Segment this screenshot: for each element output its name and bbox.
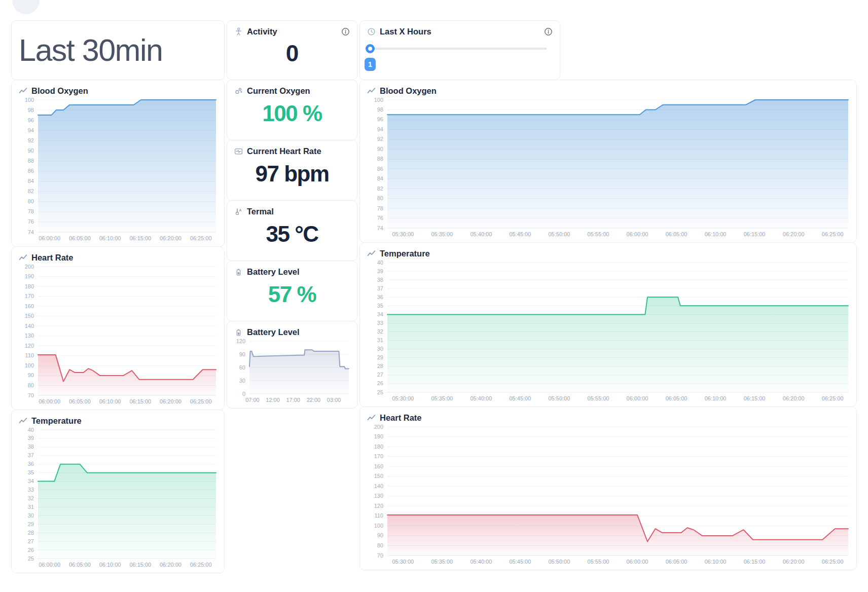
battery-level-chart-panel: Battery Level 120906030007:0012:0017:002… — [227, 321, 357, 409]
svg-text:25: 25 — [377, 389, 383, 395]
svg-text:88: 88 — [377, 156, 383, 162]
svg-text:120: 120 — [236, 338, 245, 344]
hours-label: Last X Hours — [380, 27, 431, 36]
svg-text:90: 90 — [377, 146, 383, 152]
svg-text:100: 100 — [374, 523, 383, 529]
svg-text:34: 34 — [28, 478, 34, 484]
svg-text:76: 76 — [28, 218, 34, 225]
svg-text:35: 35 — [28, 469, 34, 475]
svg-text:0: 0 — [242, 391, 245, 397]
svg-text:06:00:00: 06:00:00 — [627, 395, 648, 401]
svg-text:80: 80 — [377, 542, 383, 548]
svg-text:03:00: 03:00 — [327, 397, 341, 403]
svg-text:12:00: 12:00 — [266, 397, 280, 403]
svg-text:70: 70 — [377, 552, 383, 559]
svg-text:74: 74 — [377, 225, 383, 231]
svg-text:06:20:00: 06:20:00 — [783, 395, 805, 401]
svg-text:06:15:00: 06:15:00 — [744, 231, 766, 237]
trend-line-icon — [367, 87, 376, 95]
hours-slider[interactable]: 1 — [369, 44, 551, 75]
svg-text:30: 30 — [377, 346, 383, 352]
svg-text:05:50:00: 05:50:00 — [548, 395, 570, 401]
panel-title: Heart Rate — [380, 413, 422, 423]
svg-text:39: 39 — [377, 268, 383, 274]
activity-card: Activity 0 — [227, 20, 357, 80]
svg-text:88: 88 — [28, 158, 34, 164]
svg-text:06:25:00: 06:25:00 — [190, 562, 212, 568]
svg-text:96: 96 — [28, 117, 34, 123]
activity-value: 0 — [234, 32, 350, 73]
svg-text:37: 37 — [28, 452, 34, 458]
panel-header: Battery Level — [231, 327, 353, 337]
svg-text:130: 130 — [25, 332, 34, 339]
svg-text:120: 120 — [374, 503, 383, 509]
svg-text:06:10:00: 06:10:00 — [99, 562, 121, 568]
svg-text:33: 33 — [28, 487, 34, 493]
svg-text:100: 100 — [25, 97, 34, 103]
svg-text:06:05:00: 06:05:00 — [666, 559, 688, 565]
svg-text:150: 150 — [25, 313, 34, 319]
svg-text:160: 160 — [374, 463, 383, 469]
current-oxygen-card: Current Oxygen 100 % — [227, 80, 357, 140]
svg-text:29: 29 — [28, 521, 34, 527]
svg-text:76: 76 — [377, 215, 383, 221]
svg-text:05:40:00: 05:40:00 — [470, 559, 492, 565]
svg-text:90: 90 — [377, 532, 383, 538]
svg-text:120: 120 — [25, 343, 34, 349]
panel-header: Heart Rate — [16, 253, 220, 263]
svg-text:06:25:00: 06:25:00 — [822, 559, 844, 565]
svg-text:74: 74 — [28, 229, 34, 235]
svg-text:06:00:00: 06:00:00 — [627, 559, 648, 565]
svg-text:170: 170 — [374, 453, 383, 459]
trend-line-icon — [19, 253, 27, 262]
battery-level-chart: 120906030007:0012:0017:0022:0003:00 — [231, 337, 353, 405]
svg-text:110: 110 — [374, 512, 383, 519]
svg-text:05:40:00: 05:40:00 — [470, 395, 492, 401]
svg-text:190: 190 — [25, 273, 34, 279]
svg-text:06:15:00: 06:15:00 — [129, 398, 151, 404]
svg-text:05:45:00: 05:45:00 — [509, 559, 531, 565]
svg-text:100: 100 — [25, 362, 34, 368]
time-range-card: Last 30min — [11, 20, 225, 80]
svg-text:90: 90 — [28, 372, 34, 378]
svg-text:31: 31 — [28, 504, 34, 510]
svg-text:28: 28 — [377, 363, 383, 369]
svg-text:06:05:00: 06:05:00 — [666, 231, 688, 237]
svg-text:06:10:00: 06:10:00 — [705, 395, 727, 401]
svg-text:140: 140 — [25, 323, 34, 329]
trend-line-icon — [367, 249, 376, 258]
panel-title: Blood Oxygen — [31, 86, 88, 96]
slider-value-badge: 1 — [365, 58, 376, 71]
slider-track[interactable] — [370, 48, 547, 50]
svg-text:A: A — [239, 208, 242, 212]
svg-text:07:00: 07:00 — [245, 397, 260, 403]
info-icon[interactable] — [544, 27, 553, 36]
svg-text:05:50:00: 05:50:00 — [548, 231, 570, 237]
svg-text:38: 38 — [28, 443, 34, 450]
svg-text:26: 26 — [377, 380, 383, 386]
svg-text:84: 84 — [377, 175, 383, 181]
svg-text:06:10:00: 06:10:00 — [99, 398, 121, 404]
range-title: Last 30min — [19, 35, 162, 66]
trend-line-icon — [19, 87, 27, 95]
panel-title: Heart Rate — [31, 253, 74, 263]
svg-text:05:55:00: 05:55:00 — [588, 395, 609, 401]
svg-text:33: 33 — [377, 320, 383, 326]
svg-text:06:15:00: 06:15:00 — [129, 562, 151, 568]
middle-column: Activity 0 Current Oxygen 100 % Current … — [227, 20, 357, 573]
svg-text:190: 190 — [374, 433, 383, 439]
current-oxygen-value: 100 % — [234, 93, 350, 134]
svg-text:05:55:00: 05:55:00 — [588, 559, 609, 565]
termal-value: 35 °C — [234, 213, 350, 254]
svg-text:06:10:00: 06:10:00 — [705, 559, 727, 565]
svg-text:06:00:00: 06:00:00 — [39, 562, 60, 568]
svg-text:92: 92 — [28, 137, 34, 143]
svg-text:06:20:00: 06:20:00 — [783, 231, 805, 237]
svg-text:06:00:00: 06:00:00 — [39, 398, 60, 404]
slider-handle[interactable] — [366, 44, 375, 53]
svg-text:05:35:00: 05:35:00 — [431, 559, 453, 565]
svg-text:150: 150 — [374, 473, 383, 479]
svg-text:06:05:00: 06:05:00 — [69, 562, 91, 568]
panel-header: Blood Oxygen — [364, 86, 852, 96]
svg-text:06:05:00: 06:05:00 — [69, 398, 91, 404]
